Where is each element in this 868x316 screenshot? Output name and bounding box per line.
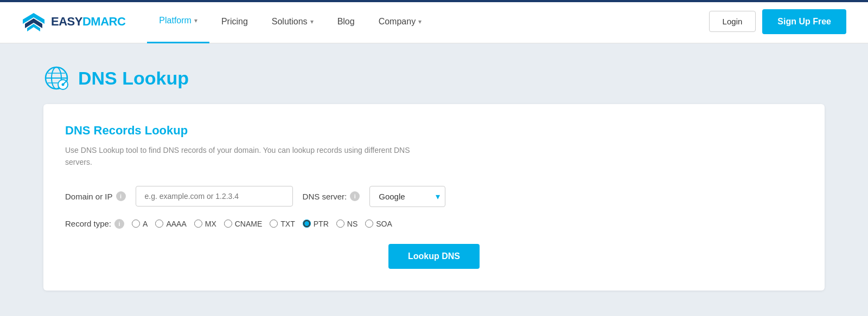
dns-server-select[interactable]: Google Cloudflare OpenDNS Custom xyxy=(369,186,445,207)
logo[interactable]: EASYDMARC xyxy=(22,12,125,31)
record-type-a[interactable]: A xyxy=(132,220,148,228)
btn-area: Lookup DNS xyxy=(65,244,803,269)
nav-item-company[interactable]: Company ▾ xyxy=(367,0,433,43)
nav-item-solutions[interactable]: Solutions ▾ xyxy=(260,0,326,43)
domain-info-icon[interactable]: i xyxy=(116,191,126,201)
record-type-label: Record type: i xyxy=(65,219,124,229)
logo-icon xyxy=(22,12,46,31)
dns-server-label: DNS server: i xyxy=(303,191,360,201)
page-title: DNS Lookup xyxy=(78,68,189,89)
page-content: DNS Lookup DNS Records Lookup Use DNS Lo… xyxy=(0,43,868,316)
lookup-dns-button[interactable]: Lookup DNS xyxy=(388,244,480,269)
login-button[interactable]: Login xyxy=(709,11,756,32)
domain-row: Domain or IP i DNS server: i Google Clou… xyxy=(65,186,803,207)
chevron-down-icon: ▾ xyxy=(310,18,314,25)
signup-button[interactable]: Sign Up Free xyxy=(762,9,846,34)
page-header: DNS Lookup xyxy=(43,65,825,91)
nav-top-accent xyxy=(0,0,868,2)
record-type-txt[interactable]: TXT xyxy=(270,220,295,228)
record-type-ptr[interactable]: PTR xyxy=(303,220,329,228)
nav-item-pricing[interactable]: Pricing xyxy=(209,0,260,43)
record-type-info-icon[interactable]: i xyxy=(114,219,124,229)
record-type-ns[interactable]: NS xyxy=(336,220,358,228)
chevron-down-icon: ▾ xyxy=(418,18,422,25)
record-type-row: Record type: i A AAAA MX CNAME TXT PTR xyxy=(65,219,803,229)
navbar: EASYDMARC Platform ▾ Pricing Solutions ▾… xyxy=(0,0,868,43)
card-description: Use DNS Lookup tool to find DNS records … xyxy=(65,144,434,169)
dns-server-info-icon[interactable]: i xyxy=(350,191,360,201)
record-type-mx[interactable]: MX xyxy=(194,220,216,228)
nav-item-platform[interactable]: Platform ▾ xyxy=(147,0,209,43)
logo-text: EASYDMARC xyxy=(51,15,125,29)
lookup-card: DNS Records Lookup Use DNS Lookup tool t… xyxy=(43,104,825,291)
domain-label: Domain or IP i xyxy=(65,191,126,201)
domain-input[interactable] xyxy=(136,186,293,207)
card-title: DNS Records Lookup xyxy=(65,124,803,138)
dns-server-select-wrapper: Google Cloudflare OpenDNS Custom ▾ xyxy=(369,186,445,207)
nav-item-blog[interactable]: Blog xyxy=(326,0,367,43)
record-type-aaaa[interactable]: AAAA xyxy=(155,220,186,228)
record-type-cname[interactable]: CNAME xyxy=(224,220,263,228)
nav-actions: Login Sign Up Free xyxy=(709,9,846,34)
dns-globe-icon xyxy=(43,65,69,91)
chevron-down-icon: ▾ xyxy=(194,17,197,24)
record-type-soa[interactable]: SOA xyxy=(365,220,392,228)
nav-links: Platform ▾ Pricing Solutions ▾ Blog Comp… xyxy=(147,0,709,43)
